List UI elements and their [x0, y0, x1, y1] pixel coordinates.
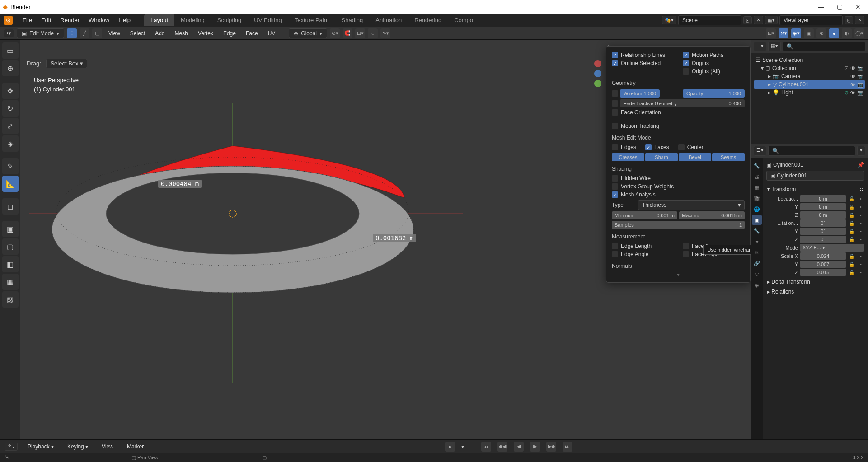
rotation-z[interactable]: 0°: [800, 236, 846, 243]
light-row[interactable]: ▸💡Light⊘👁📷: [754, 89, 865, 97]
transform-header[interactable]: ▾ Transform⠿: [766, 184, 864, 194]
menu-window[interactable]: Window: [84, 15, 114, 25]
jump-end-icon[interactable]: ⏭: [563, 442, 572, 452]
delta-transform-header[interactable]: ▸ Delta Transform: [766, 277, 864, 287]
transform-tool[interactable]: ◈: [2, 135, 19, 152]
shading-material-icon[interactable]: ◐: [842, 28, 852, 38]
cb-relationship-lines[interactable]: ✓Relationship Lines: [612, 51, 674, 59]
eye-icon[interactable]: 👁: [850, 74, 855, 79]
cb-face-orientation[interactable]: Face Orientation: [612, 108, 745, 117]
layer-delete-icon[interactable]: ✕: [855, 16, 864, 24]
cb-vertex-group-weights[interactable]: Vertex Group Weights: [612, 182, 745, 191]
cb-wireframe[interactable]: [612, 90, 618, 97]
tab-material-icon[interactable]: ◉: [752, 280, 762, 290]
layer-copy-icon[interactable]: ⎘: [845, 16, 853, 24]
cylinder-row[interactable]: ▸▽Cylinder.001👁📷: [754, 80, 865, 89]
overlay-icon[interactable]: ◉▾: [791, 28, 801, 38]
scene-name-field[interactable]: Scene: [678, 15, 741, 25]
inset-tool[interactable]: ▢: [2, 238, 19, 255]
tab-rendering[interactable]: Rendering: [408, 14, 448, 26]
menu-select[interactable]: Select: [127, 29, 149, 38]
object-name-field[interactable]: ▣ Cylinder.001: [766, 171, 864, 181]
jump-start-icon[interactable]: ⏮: [481, 442, 491, 452]
menu-mesh[interactable]: Mesh: [171, 29, 192, 38]
camera-icon[interactable]: 📷: [857, 74, 863, 79]
tab-animation[interactable]: Animation: [369, 14, 408, 26]
relations-header[interactable]: ▸ Relations: [766, 287, 864, 297]
scale-y[interactable]: 0.007: [800, 261, 846, 268]
lock-icon[interactable]: 🔓: [848, 213, 855, 218]
shading-wire-icon[interactable]: ⊕: [816, 28, 826, 38]
tab-sculpting[interactable]: Sculpting: [211, 14, 248, 26]
bevel-tool[interactable]: ◧: [2, 256, 19, 272]
menu-file[interactable]: File: [18, 15, 37, 25]
minimize-icon[interactable]: —: [818, 3, 824, 10]
expand-down-icon[interactable]: ▾: [612, 271, 745, 278]
cb-center[interactable]: Center: [678, 143, 704, 151]
scene-collection-row[interactable]: ☰Scene Collection: [754, 56, 865, 64]
scale-z[interactable]: 0.015: [800, 269, 846, 276]
scene-copy-icon[interactable]: ⎘: [743, 16, 752, 24]
tab-texpaint[interactable]: Texture Paint: [288, 14, 335, 26]
menu-icon[interactable]: ⠿: [859, 186, 863, 192]
axis-z-icon[interactable]: [594, 70, 601, 77]
analysis-type-select[interactable]: Thickness▾: [638, 200, 745, 210]
viewport-3d[interactable]: Drag: Select Box ▾ User Perspective (1) …: [20, 40, 751, 439]
gizmo-icon[interactable]: ⤧▾: [779, 28, 788, 38]
orientation-selector[interactable]: ⊕ Global ▾: [289, 28, 327, 38]
select-tool[interactable]: ▭: [2, 42, 19, 59]
camera-icon[interactable]: 📷: [857, 90, 863, 96]
cb-edge-length[interactable]: Edge Length: [612, 242, 674, 250]
proportional-curve-icon[interactable]: ∿▾: [380, 28, 390, 38]
props-mode-icon[interactable]: ☰▾: [754, 146, 766, 156]
scale-x[interactable]: 0.024: [800, 252, 846, 260]
lock-icon[interactable]: 🔓: [848, 237, 855, 242]
tab-modeling[interactable]: Modeling: [174, 14, 211, 26]
axis-y-icon[interactable]: [594, 80, 601, 87]
cb-origins-all[interactable]: Origins (All): [683, 67, 745, 75]
cb-mesh-analysis[interactable]: ✓Mesh Analysis: [612, 191, 745, 199]
menu-uv[interactable]: UV: [264, 29, 279, 38]
eye-icon[interactable]: 👁: [850, 65, 855, 71]
annotate-tool[interactable]: ✎: [2, 158, 19, 174]
menu-help[interactable]: Help: [114, 15, 135, 25]
axis-x-icon[interactable]: [594, 60, 601, 67]
menu-view[interactable]: View: [105, 29, 124, 38]
menu-vertex[interactable]: Vertex: [194, 29, 217, 38]
extrude-tool[interactable]: ▣: [2, 221, 19, 237]
cb-motion-tracking[interactable]: Motion Tracking: [612, 122, 745, 130]
camera-icon[interactable]: 📷: [857, 82, 863, 88]
lock-icon[interactable]: 🔓: [848, 196, 855, 201]
menu-face[interactable]: Face: [242, 29, 262, 38]
cb-hidden-wire[interactable]: Hidden Wire: [612, 174, 745, 182]
tab-scene-icon[interactable]: 🎬: [752, 193, 762, 203]
menu-edge[interactable]: Edge: [220, 29, 239, 38]
btn-seams[interactable]: Seams: [712, 153, 745, 161]
measure-tool[interactable]: 📐: [2, 176, 19, 192]
scale-tool[interactable]: ⤢: [2, 118, 19, 134]
props-search[interactable]: 🔍: [768, 146, 855, 156]
menu-playback[interactable]: Playback ▾: [24, 442, 57, 451]
tab-object-icon[interactable]: ▣: [752, 215, 762, 225]
btn-bevel[interactable]: Bevel: [679, 153, 711, 161]
mesh-visibility-icon[interactable]: ⊡▾: [766, 28, 776, 38]
snap-type-icon[interactable]: ⊡▾: [355, 28, 365, 38]
breadcrumb-object[interactable]: Cylinder.001: [773, 162, 803, 168]
tab-uv[interactable]: UV Editing: [248, 14, 288, 26]
proportional-icon[interactable]: ○: [368, 28, 378, 38]
cb-origins[interactable]: ✓Origins: [683, 59, 745, 67]
rotation-x[interactable]: 0°: [800, 219, 846, 227]
editor-type-icon[interactable]: ♯▾: [4, 29, 14, 37]
location-x[interactable]: 0 m: [800, 195, 846, 202]
viewlayer-field[interactable]: ViewLayer: [779, 15, 843, 25]
rotation-mode-select[interactable]: XYZ E... ▾: [800, 244, 864, 252]
tab-constraint-icon[interactable]: 🔗: [752, 258, 762, 268]
samples-field[interactable]: Samples1: [612, 221, 745, 229]
menu-edit[interactable]: Edit: [37, 15, 56, 25]
nav-gizmo[interactable]: [594, 60, 601, 87]
move-tool[interactable]: ✥: [2, 83, 19, 99]
minimum-field[interactable]: Minimum0.001 m: [612, 211, 677, 219]
fade-slider[interactable]: Fade Inactive Geometry0.400: [620, 99, 745, 107]
drag-mode-select[interactable]: Select Box ▾: [46, 59, 87, 68]
opacity-slider[interactable]: Opacity1.000: [683, 89, 745, 98]
